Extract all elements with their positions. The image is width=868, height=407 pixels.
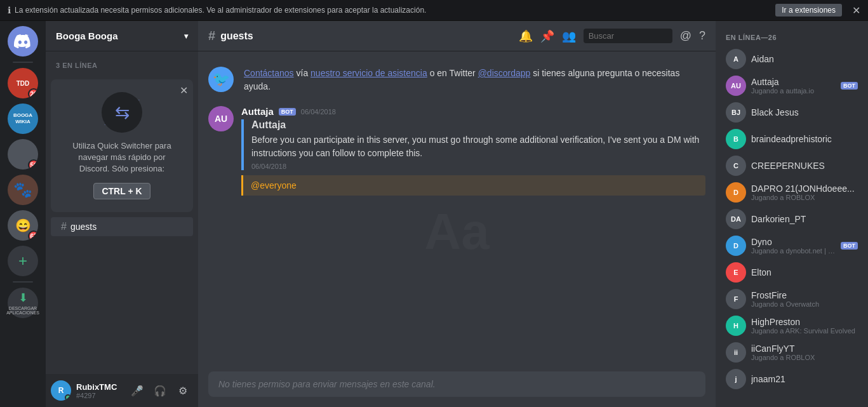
server-badge-tdd: 20 xyxy=(28,88,38,98)
member-name: Darkorien_PT xyxy=(751,214,858,224)
member-info: braindeadprehistoric xyxy=(751,134,858,144)
channel-item-guests[interactable]: # guests xyxy=(51,217,193,236)
deafen-button[interactable]: 🎧 xyxy=(150,380,170,401)
server-icon-5[interactable]: 😄 67 xyxy=(8,210,38,241)
member-info: HighPreston Jugando a ARK: Survival Evol… xyxy=(751,317,858,335)
member-item[interactable]: B braindeadprehistoric xyxy=(721,126,863,152)
member-status: Jugando a ROBLOX xyxy=(751,354,858,361)
member-name: iiCanFlyYT xyxy=(751,344,858,354)
member-status: Jugando a Overwatch xyxy=(751,300,858,308)
download-apps-button[interactable]: ⬇ DESCARGARAPLICACIONES xyxy=(8,288,38,318)
member-name: jnaam21 xyxy=(751,374,858,384)
notification-text: ℹ La extensión actualizada necesita perm… xyxy=(8,5,426,15)
server-divider-2 xyxy=(13,281,33,283)
member-avatar: j xyxy=(726,369,746,389)
members-sidebar: EN LÍNEA—26 A Aidan AU Auttaja Jugando a… xyxy=(716,21,868,407)
message-avatar: AU xyxy=(208,106,234,131)
mute-button[interactable]: 🎤 xyxy=(127,380,147,401)
pin-button[interactable]: 📌 xyxy=(540,29,554,43)
switcher-icon: ⇆ xyxy=(102,92,142,133)
member-avatar: B xyxy=(726,129,746,149)
at-button[interactable]: @ xyxy=(680,29,691,43)
member-item[interactable]: DA Darkorien_PT xyxy=(721,206,863,232)
server-icon-booga[interactable]: BOOGAWIKIA xyxy=(8,103,38,134)
member-item[interactable]: ii iiCanFlyYT Jugando a ROBLOX xyxy=(721,340,863,365)
notification-close-button[interactable]: ✕ xyxy=(852,4,860,17)
members-list-button[interactable]: 👥 xyxy=(562,29,576,43)
notifications-button[interactable]: 🔔 xyxy=(519,29,533,43)
user-info: RubixTMC #4297 xyxy=(76,382,122,399)
member-info: CREEPERNUKES xyxy=(751,161,858,171)
switcher-text: Utiliza Quick Switcher para navegar más … xyxy=(63,140,180,175)
member-name: braindeadprehistoric xyxy=(751,134,858,144)
chat-area: # guests 🔔 📌 👥 @ ? Aa 🐦 Contáctanos vía … xyxy=(198,21,716,407)
message-group: AU Auttaja BOT 06/04/2018 Auttaja Before… xyxy=(208,106,705,196)
member-name: HighPreston xyxy=(751,317,858,327)
member-item[interactable]: BJ Black Jesus xyxy=(721,100,863,125)
bot-badge: BOT xyxy=(279,108,296,116)
user-avatar: R xyxy=(51,380,71,401)
switcher-close-button[interactable]: ✕ xyxy=(180,84,188,97)
member-item[interactable]: j jnaam21 xyxy=(721,366,863,392)
member-info: DAPRO 21(JONHdoeee... Jugando a ROBLOX xyxy=(751,183,858,201)
server-list: TDD 20 BOOGAWIKIA 56 🐾 😄 67 + ⬇ DESCARGA… xyxy=(0,21,46,407)
support-link[interactable]: nuestro servicio de asistencia xyxy=(310,68,427,78)
member-info: iiCanFlyYT Jugando a ROBLOX xyxy=(751,344,858,361)
member-info: Auttaja Jugando a auttaja.io xyxy=(751,77,836,95)
member-status: Jugando a ARK: Survival Evolved xyxy=(751,327,858,335)
member-item[interactable]: D Dyno Jugando a dynobot.net | ?help BOT xyxy=(721,233,863,258)
message-body-block: Auttaja Before you can participate in th… xyxy=(241,119,705,170)
member-name: FrostFire xyxy=(751,290,858,300)
message-content: Auttaja BOT 06/04/2018 Auttaja Before yo… xyxy=(241,106,705,196)
member-item[interactable]: A Aidan xyxy=(721,46,863,72)
member-name: Auttaja xyxy=(751,77,836,87)
contact-link[interactable]: Contáctanos xyxy=(244,68,294,78)
member-item[interactable]: AU Auttaja Jugando a auttaja.io BOT xyxy=(721,73,863,98)
member-item[interactable]: F FrostFire Jugando a Overwatch xyxy=(721,286,863,312)
server-icon-3[interactable]: 56 xyxy=(8,139,38,170)
message-author: Auttaja xyxy=(241,106,274,117)
member-avatar: DA xyxy=(726,209,746,229)
online-count: 3 EN LÍNEA xyxy=(46,57,198,74)
server-badge-3: 56 xyxy=(28,159,38,170)
member-item[interactable]: D DAPRO 21(JONHdoeee... Jugando a ROBLOX xyxy=(721,180,863,205)
member-avatar: AU xyxy=(726,76,746,96)
system-message: 🐦 Contáctanos vía nuestro servicio de as… xyxy=(208,62,705,98)
system-text: Contáctanos vía nuestro servicio de asis… xyxy=(244,67,705,93)
member-avatar: ii xyxy=(726,342,746,363)
help-button[interactable]: ? xyxy=(699,29,705,43)
member-avatar: F xyxy=(726,289,746,309)
message-text: Before you can participate in this serve… xyxy=(251,133,705,160)
member-name: Elton xyxy=(751,267,858,277)
everyone-mention: @everyone xyxy=(241,175,705,196)
server-icon-4[interactable]: 🐾 xyxy=(8,175,38,205)
chevron-down-icon: ▾ xyxy=(184,32,188,41)
member-info: Aidan xyxy=(751,54,858,64)
switcher-popup: ✕ ⇆ Utiliza Quick Switcher para navegar … xyxy=(51,79,193,212)
channel-list: 3 EN LÍNEA ✕ ⇆ Utiliza Quick Switcher pa… xyxy=(46,51,198,374)
member-item[interactable]: C CREEPERNUKES xyxy=(721,153,863,178)
server-header[interactable]: Booga Booga ▾ xyxy=(46,21,198,51)
member-avatar: H xyxy=(726,316,746,336)
chat-input-disabled: No tienes permiso para enviar mensajes e… xyxy=(208,371,705,397)
discord-home-button[interactable] xyxy=(8,26,38,57)
channel-name: guests xyxy=(220,30,253,42)
member-avatar: E xyxy=(726,262,746,283)
member-item[interactable]: H HighPreston Jugando a ARK: Survival Ev… xyxy=(721,313,863,338)
member-avatar: BJ xyxy=(726,102,746,123)
server-icon-tdd[interactable]: TDD 20 xyxy=(8,68,38,98)
channel-hash-header: # xyxy=(208,29,215,43)
member-item[interactable]: E Elton xyxy=(721,260,863,285)
search-input[interactable] xyxy=(584,29,672,43)
member-bot-badge: BOT xyxy=(841,82,858,90)
twitter-link[interactable]: @discordapp xyxy=(478,68,531,78)
member-name: CREEPERNUKES xyxy=(751,161,858,171)
shortcut-badge: CTRL + K xyxy=(93,183,150,199)
go-to-extensions-button[interactable]: Ir a extensiones xyxy=(775,4,842,17)
member-avatar: C xyxy=(726,156,746,176)
message-header: Auttaja BOT 06/04/2018 xyxy=(241,106,705,117)
settings-button[interactable]: ⚙ xyxy=(173,380,193,401)
member-avatar: A xyxy=(726,49,746,69)
message-timestamp: 06/04/2018 xyxy=(301,108,336,116)
add-server-button[interactable]: + xyxy=(8,246,38,276)
